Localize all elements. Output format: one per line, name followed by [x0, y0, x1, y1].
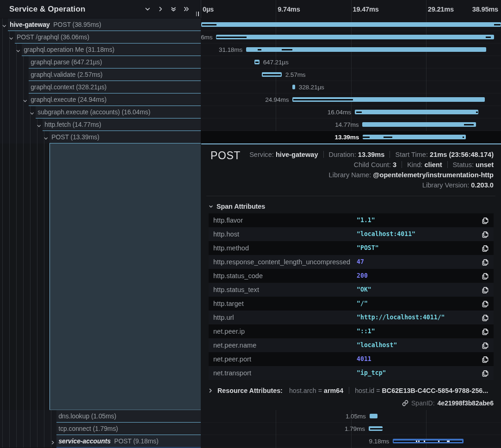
span-name-cell[interactable]: POST /graphql (36.06ms) [0, 31, 201, 44]
span-collapse-icon[interactable] [43, 134, 49, 140]
double-chevron-down-icon[interactable] [170, 6, 177, 12]
span-name-cell[interactable]: service-accounts POST (9.18ms) [0, 435, 201, 448]
span-duration-bar[interactable] [363, 135, 466, 139]
resource-attributes-row[interactable]: Resource Attributes:host.arch = arm64hos… [208, 385, 488, 396]
indent-guide [16, 56, 17, 68]
panel-splitter[interactable] [201, 0, 201, 18]
attribute-key: http.method [213, 241, 249, 255]
critical-path-segment [263, 74, 281, 75]
span-collapse-icon[interactable] [30, 109, 35, 115]
span-name-wrapper[interactable]: service-accounts POST (9.18ms) [56, 435, 201, 448]
span-name-wrapper[interactable]: POST /graphql (36.06ms) [15, 31, 201, 44]
span-name-cell[interactable]: graphql.execute (24.94ms) [0, 93, 201, 106]
span-duration-bar[interactable] [201, 22, 501, 27]
indent-guide [2, 56, 3, 68]
span-bar-cell[interactable]: 2.57ms [201, 68, 501, 81]
indent-guide [9, 106, 10, 118]
span-name-cell[interactable]: http.fetch (14.77ms) [0, 118, 201, 131]
span-collapse-icon[interactable] [2, 22, 7, 27]
span-name-wrapper[interactable]: graphql.operation Me (31.18ms) [22, 44, 201, 56]
span-duration-bar[interactable] [362, 122, 476, 127]
chevron-right-icon[interactable] [157, 6, 164, 12]
indent-guide [9, 143, 10, 410]
splitter-grip[interactable] [196, 12, 200, 16]
span-bar-cell[interactable]: 31.18ms [201, 44, 501, 56]
copy-icon[interactable] [482, 342, 489, 349]
resource-attribute-item: host.arch = arm64 [289, 387, 343, 394]
span-expand-icon[interactable] [50, 438, 56, 444]
span-name-wrapper[interactable]: subgraph.execute (accounts) (16.04ms) [36, 106, 201, 118]
double-chevron-right-icon[interactable] [183, 6, 190, 12]
span-bar-cell[interactable]: 1.05ms [201, 410, 501, 423]
span-name-cell[interactable]: graphql.parse (647.21µs) [0, 56, 201, 68]
span-duration-bar[interactable] [216, 35, 494, 39]
span-name-wrapper[interactable]: dns.lookup (1.05ms) [56, 410, 201, 423]
copy-icon[interactable] [482, 328, 489, 335]
indent-guide [2, 93, 3, 106]
span-attributes-header[interactable]: Span Attributes [208, 201, 265, 212]
span-name-wrapper[interactable]: graphql.execute (24.94ms) [29, 93, 201, 106]
detail-overview-line: Library Name: @opentelemetry/instrumenta… [249, 170, 494, 180]
ruler-tick-label: 9.74ms [278, 0, 300, 18]
span-name-cell[interactable]: graphql.validate (2.57ms) [0, 68, 201, 81]
span-name-wrapper[interactable]: POST (13.39ms) [49, 131, 201, 143]
span-bar-cell[interactable]: 1.79ms [201, 423, 501, 435]
span-bar-cell[interactable]: 24.94ms [201, 93, 501, 106]
span-name-wrapper[interactable]: graphql.validate (2.57ms) [29, 68, 201, 81]
indent-guide [23, 68, 24, 81]
indent-guide [37, 143, 37, 410]
copy-icon[interactable] [482, 258, 489, 266]
span-bar-cell[interactable]: 14.77ms [201, 118, 501, 131]
copy-icon[interactable] [482, 300, 489, 307]
span-bar-cell[interactable]: 36.06ms [201, 31, 501, 44]
attribute-row: http.url"http://localhost:4011/" [209, 311, 494, 324]
indent-guide [2, 143, 3, 410]
copy-icon[interactable] [482, 230, 489, 238]
span-name-cell[interactable]: graphql.context (328.21µs) [0, 81, 201, 93]
span-duration-label: 647.21µs [263, 56, 289, 68]
attribute-key: http.status_text [213, 283, 259, 297]
span-name-wrapper[interactable]: graphql.context (328.21µs) [29, 81, 201, 93]
span-name-wrapper[interactable]: http.fetch (14.77ms) [43, 118, 201, 131]
span-name-cell[interactable]: dns.lookup (1.05ms) [0, 410, 201, 423]
span-bar-cell[interactable]: 9.18ms [201, 435, 501, 448]
chevron-down-icon[interactable] [144, 6, 151, 12]
copy-icon[interactable] [482, 369, 489, 377]
span-name-cell[interactable]: tcp.connect (1.79ms) [0, 423, 201, 435]
span-bar-cell[interactable]: 13.39ms [201, 131, 501, 143]
copy-icon[interactable] [482, 286, 489, 293]
span-name-wrapper[interactable]: hive-gateway POST (38.95ms) [8, 19, 201, 31]
span-collapse-icon[interactable] [23, 97, 28, 102]
span-name-cell[interactable]: subgraph.execute (accounts) (16.04ms) [0, 106, 201, 118]
indent-guide [2, 81, 3, 93]
span-name-wrapper[interactable]: tcp.connect (1.79ms) [56, 423, 201, 435]
span-bar-cell[interactable]: 647.21µs [201, 56, 501, 68]
span-duration-bar[interactable] [292, 85, 295, 89]
span-name-label: tcp.connect (1.79ms) [58, 423, 118, 434]
span-bar-cell[interactable] [201, 19, 501, 31]
span-bar-cell[interactable]: 328.21µs [201, 81, 501, 93]
indent-guide [9, 93, 10, 106]
span-collapse-icon[interactable] [9, 34, 14, 40]
span-duration-bar[interactable] [355, 110, 478, 114]
timeline-ruler: 0µs9.74ms19.47ms29.21ms38.95ms [201, 0, 501, 18]
span-row: graphql.operation Me (31.18ms)31.18ms [0, 44, 501, 56]
span-name-cell[interactable]: POST (13.39ms) [0, 131, 201, 143]
span-name-wrapper[interactable]: graphql.parse (647.21µs) [29, 56, 201, 68]
copy-icon[interactable] [482, 217, 489, 224]
span-duration-bar[interactable] [370, 414, 377, 418]
resource-attribute-item: host.id = BC62E13B-C4CC-5854-9788-256... [355, 387, 488, 394]
vertical-divider [390, 151, 390, 158]
copy-icon[interactable] [482, 272, 489, 280]
critical-path-segment [255, 62, 259, 63]
span-bar-cell[interactable]: 16.04ms [201, 106, 501, 118]
copy-icon[interactable] [482, 314, 489, 321]
attribute-row: http.status_text"OK" [209, 283, 494, 297]
copy-icon[interactable] [482, 244, 489, 252]
copy-icon[interactable] [482, 355, 489, 363]
span-name-cell[interactable]: graphql.operation Me (31.18ms) [0, 44, 201, 56]
span-name-cell[interactable]: hive-gateway POST (38.95ms) [0, 19, 201, 31]
span-collapse-icon[interactable] [16, 47, 21, 52]
span-collapse-icon[interactable] [37, 122, 42, 127]
attribute-row: net.peer.port4011 [209, 352, 494, 366]
